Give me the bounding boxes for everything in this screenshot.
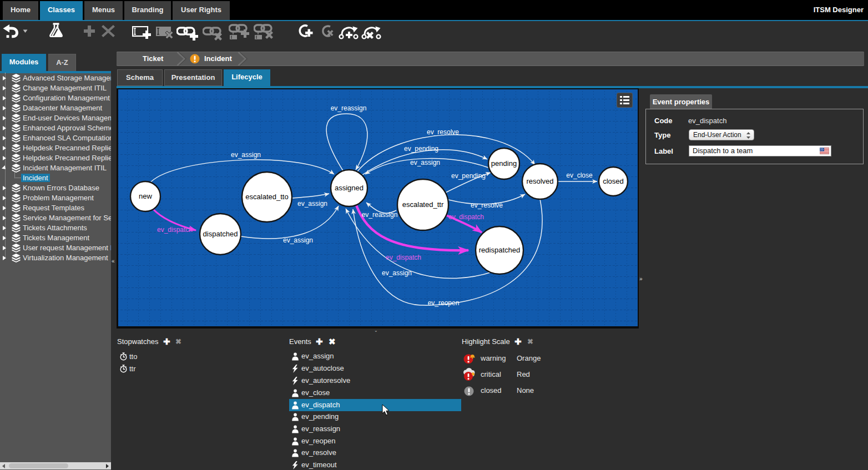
svg-text:ev_dispatch: ev_dispatch (157, 226, 193, 234)
svg-text:ev_pending: ev_pending (451, 172, 486, 180)
svg-text:ev_assign: ev_assign (410, 159, 440, 166)
svg-text:ev_reassign: ev_reassign (331, 104, 367, 112)
svg-text:ev_resolve: ev_resolve (471, 201, 503, 209)
svg-text:ev_assign: ev_assign (283, 236, 313, 244)
svg-text:escalated_ttr: escalated_ttr (402, 200, 444, 209)
svg-text:ev_assign: ev_assign (382, 269, 412, 277)
svg-text:ev_assign: ev_assign (231, 151, 261, 159)
svg-text:dispatched: dispatched (203, 230, 238, 238)
svg-text:resolved: resolved (526, 177, 553, 185)
svg-text:new: new (139, 192, 152, 200)
svg-text:ev_dispatch: ev_dispatch (448, 213, 484, 221)
svg-text:pending: pending (491, 159, 517, 168)
svg-text:closed: closed (603, 177, 624, 185)
svg-text:ev_reassign: ev_reassign (362, 211, 398, 219)
svg-text:assigned: assigned (335, 184, 364, 192)
svg-text:escalated_tto: escalated_tto (245, 193, 288, 201)
svg-text:redispatched: redispatched (479, 246, 520, 254)
svg-text:ev_dispatch: ev_dispatch (386, 254, 421, 261)
svg-text:ev_close: ev_close (566, 171, 593, 179)
svg-text:ev_pending: ev_pending (404, 145, 438, 153)
svg-text:ev_reopen: ev_reopen (428, 299, 460, 307)
svg-text:ev_assign: ev_assign (297, 200, 327, 208)
svg-text:ev_resolve: ev_resolve (427, 128, 459, 136)
